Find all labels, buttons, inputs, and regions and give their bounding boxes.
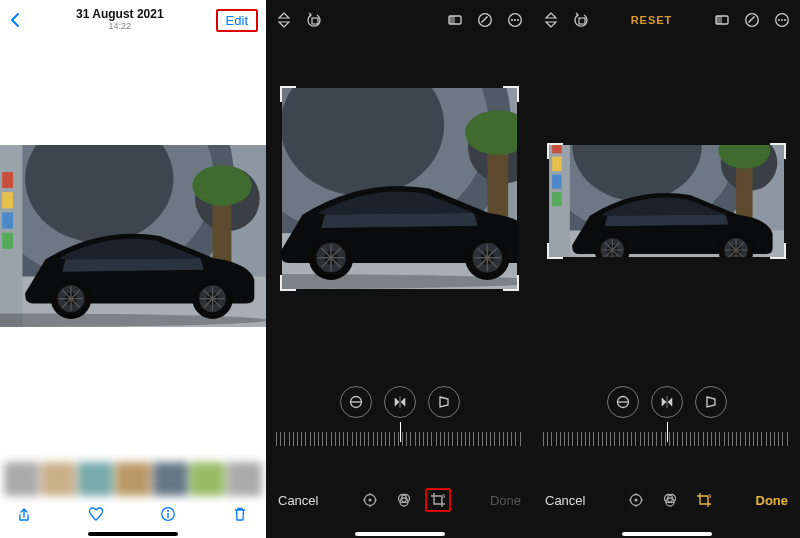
- back-button[interactable]: [8, 12, 24, 28]
- edit-crop-screen: Cancel Done: [266, 0, 533, 538]
- dial-center-marker: [400, 422, 401, 442]
- straighten-button[interactable]: [607, 386, 639, 418]
- photo-image: [549, 145, 784, 257]
- crop-handle-tl[interactable]: [547, 143, 563, 159]
- more-button[interactable]: [774, 12, 790, 28]
- reset-button[interactable]: RESET: [631, 14, 673, 26]
- more-icon: [774, 12, 790, 28]
- crop-handle-tl[interactable]: [280, 86, 296, 102]
- perspective-icon: [703, 394, 719, 410]
- more-icon: [507, 12, 523, 28]
- angle-dial[interactable]: [543, 426, 790, 452]
- rotate-icon: [573, 12, 589, 28]
- crop-handle-br[interactable]: [503, 275, 519, 291]
- filters-icon: [396, 492, 412, 508]
- photo-date: 31 August 2021: [24, 8, 216, 21]
- filters-icon: [662, 492, 678, 508]
- rotate-icon: [306, 12, 322, 28]
- heart-icon: [88, 506, 106, 524]
- bottom-toolbar: [0, 498, 266, 532]
- edit-top-bar: [266, 0, 533, 40]
- photo-image: [0, 145, 266, 327]
- rotate-button[interactable]: [573, 12, 589, 28]
- share-icon: [16, 506, 34, 524]
- photo-preview[interactable]: [0, 145, 266, 327]
- markup-icon: [477, 12, 493, 28]
- photo-time: 14:22: [24, 22, 216, 32]
- done-button[interactable]: Done: [756, 493, 789, 508]
- crop-handle-bl[interactable]: [280, 275, 296, 291]
- aspect-ratio-button[interactable]: [714, 12, 730, 28]
- edit-mode-tabs: [362, 492, 446, 508]
- adjust-icon: [362, 492, 378, 508]
- edit-top-bar: RESET: [533, 0, 800, 40]
- markup-button[interactable]: [744, 12, 760, 28]
- adjust-mode-button[interactable]: [628, 492, 644, 508]
- info-button[interactable]: [160, 506, 178, 524]
- transform-buttons: [266, 386, 533, 418]
- cancel-button[interactable]: Cancel: [278, 493, 318, 508]
- transform-buttons: [533, 386, 800, 418]
- straighten-icon: [615, 394, 631, 410]
- edit-bottom-bar: Cancel Done: [266, 480, 533, 520]
- edit-bottom-bar: Cancel Done: [533, 480, 800, 520]
- flip-vertical-button[interactable]: [543, 12, 559, 28]
- adjust-mode-button[interactable]: [362, 492, 378, 508]
- flip-horizontal-icon: [659, 394, 675, 410]
- adjust-icon: [628, 492, 644, 508]
- filters-mode-button[interactable]: [396, 492, 412, 508]
- edit-button[interactable]: Edit: [216, 9, 258, 32]
- share-button[interactable]: [16, 506, 34, 524]
- favorite-button[interactable]: [88, 506, 106, 524]
- photo-image: [282, 88, 517, 289]
- edit-mode-tabs: [628, 492, 712, 508]
- aspect-ratio-button[interactable]: [447, 12, 463, 28]
- crop-handle-tr[interactable]: [770, 143, 786, 159]
- done-button[interactable]: Done: [490, 493, 521, 508]
- flip-vertical-icon: [276, 12, 292, 28]
- crop-handle-br[interactable]: [770, 243, 786, 259]
- home-indicator[interactable]: [88, 532, 178, 536]
- flip-vertical-button[interactable]: [276, 12, 292, 28]
- edit-crop-screen-modified: RESET Cancel Done: [533, 0, 800, 538]
- info-icon: [160, 506, 178, 524]
- perspective-button[interactable]: [428, 386, 460, 418]
- crop-icon: [430, 492, 446, 508]
- filters-mode-button[interactable]: [662, 492, 678, 508]
- aspect-ratio-icon: [714, 12, 730, 28]
- title-block: 31 August 2021 14:22: [24, 8, 216, 31]
- flip-horizontal-button[interactable]: [651, 386, 683, 418]
- trash-icon: [232, 506, 250, 524]
- delete-button[interactable]: [232, 506, 250, 524]
- cancel-button[interactable]: Cancel: [545, 493, 585, 508]
- crop-icon: [696, 492, 712, 508]
- thumbnail-strip[interactable]: [0, 462, 266, 496]
- crop-handle-bl[interactable]: [547, 243, 563, 259]
- markup-button[interactable]: [477, 12, 493, 28]
- flip-horizontal-button[interactable]: [384, 386, 416, 418]
- crop-mode-button[interactable]: [696, 492, 712, 508]
- aspect-ratio-icon: [447, 12, 463, 28]
- flip-horizontal-icon: [392, 394, 408, 410]
- markup-icon: [744, 12, 760, 28]
- perspective-button[interactable]: [695, 386, 727, 418]
- rotate-button[interactable]: [306, 12, 322, 28]
- top-bar: 31 August 2021 14:22 Edit: [0, 0, 266, 40]
- crop-canvas[interactable]: [549, 145, 784, 257]
- perspective-icon: [436, 394, 452, 410]
- crop-canvas[interactable]: [282, 88, 517, 289]
- crop-handle-tr[interactable]: [503, 86, 519, 102]
- straighten-icon: [348, 394, 364, 410]
- straighten-button[interactable]: [340, 386, 372, 418]
- home-indicator[interactable]: [355, 532, 445, 536]
- angle-dial[interactable]: [276, 426, 523, 452]
- dial-center-marker: [667, 422, 668, 442]
- flip-vertical-icon: [543, 12, 559, 28]
- home-indicator[interactable]: [622, 532, 712, 536]
- more-button[interactable]: [507, 12, 523, 28]
- chevron-left-icon: [8, 12, 24, 28]
- crop-mode-button[interactable]: [425, 488, 451, 512]
- photo-viewer-screen: 31 August 2021 14:22 Edit: [0, 0, 266, 538]
